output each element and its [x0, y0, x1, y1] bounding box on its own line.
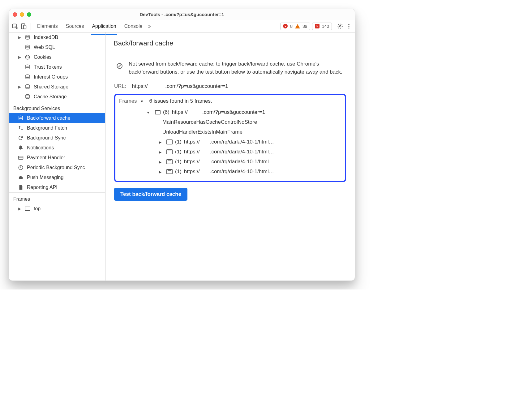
sidebar-item-websql[interactable]: Web SQL	[9, 42, 105, 52]
more-tabs-button[interactable]: »	[148, 24, 151, 29]
frame-url: https:// .com/rq/darla/4-10-1/html…	[184, 169, 274, 175]
panel-tabs: Elements Sources Application Console	[36, 21, 143, 32]
close-button[interactable]	[13, 12, 17, 17]
svg-point-18	[19, 116, 23, 118]
chevron-down-icon	[146, 109, 152, 115]
tab-elements[interactable]: Elements	[36, 21, 58, 32]
sidebar-item-bfcache[interactable]: Back/forward cache	[9, 113, 105, 123]
url-value: https:// .com/?p=us&guccounter=1	[132, 83, 228, 89]
document-icon	[18, 184, 24, 191]
sidebar-item-trust-tokens[interactable]: Trust Tokens	[9, 62, 105, 72]
zoom-button[interactable]	[27, 12, 31, 17]
cloud-icon	[18, 174, 24, 181]
database-icon	[24, 84, 31, 90]
frame-icon	[24, 206, 31, 212]
database-icon	[18, 115, 24, 121]
sidebar-item-cache-storage[interactable]: Cache Storage	[9, 92, 105, 102]
toolbar-metrics: × 8 39 × 140	[280, 23, 332, 30]
svg-point-4	[348, 24, 349, 25]
window-title: DevTools - .com/?p=us&guccounter=1	[9, 12, 355, 17]
chevron-right-icon: ▶	[18, 207, 21, 211]
frame-row-child[interactable]: (1) https:// .com/rq/darla/4-10-1/html…	[119, 137, 341, 147]
bfcache-summary-text: Not served from back/forward cache: to t…	[129, 60, 346, 76]
frame-icon	[155, 110, 161, 114]
iframe-icon	[166, 169, 173, 174]
frames-header[interactable]: Frames 6 issues found in 5 frames.	[119, 98, 341, 104]
tab-console[interactable]: Console	[124, 21, 143, 32]
svg-point-17	[26, 95, 29, 96]
svg-rect-19	[19, 156, 23, 160]
database-icon	[24, 94, 31, 100]
inspect-icon[interactable]	[11, 23, 18, 30]
sidebar-item-background-fetch[interactable]: Background Fetch	[9, 123, 105, 133]
svg-point-7	[26, 35, 29, 37]
minimize-button[interactable]	[20, 12, 24, 17]
gear-icon[interactable]	[337, 23, 344, 30]
svg-point-13	[28, 58, 28, 58]
sidebar-item-payment-handler[interactable]: Payment Handler	[9, 153, 105, 163]
frame-row-child[interactable]: (1) https:// .com/rq/darla/4-10-1/html…	[119, 167, 341, 177]
sidebar-item-notifications[interactable]: Notifications	[9, 143, 105, 153]
url-label: URL:	[114, 83, 126, 89]
tab-sources[interactable]: Sources	[65, 21, 85, 32]
sidebar-item-label: Periodic Background Sync	[27, 165, 85, 170]
sidebar-item-label: Interest Groups	[34, 74, 68, 80]
pane-title: Back/forward cache	[105, 32, 355, 53]
svg-point-12	[27, 58, 27, 58]
titlebar: DevTools - .com/?p=us&guccounter=1	[9, 9, 355, 20]
frame-url: https:// .com/?p=us&guccounter=1	[172, 109, 265, 115]
error-count: 8	[290, 24, 293, 29]
database-icon	[24, 64, 31, 70]
frames-label: Frames	[119, 98, 137, 104]
frame-row-root[interactable]: (6) https:// .com/?p=us&guccounter=1	[119, 107, 341, 117]
test-bfcache-button[interactable]: Test back/forward cache	[114, 188, 187, 201]
devtools-window: DevTools - .com/?p=us&guccounter=1 Eleme…	[9, 9, 355, 281]
blocked-icon: ⊘	[116, 61, 123, 71]
frame-count: (6)	[163, 109, 169, 115]
iframe-icon	[166, 139, 173, 144]
svg-point-6	[348, 28, 349, 28]
kebab-menu-icon[interactable]	[345, 23, 352, 30]
sidebar-item-frame-top[interactable]: ▶ top	[9, 204, 105, 214]
issues-badge[interactable]: × 140	[312, 23, 332, 30]
sidebar-item-push-messaging[interactable]: Push Messaging	[9, 173, 105, 182]
chevron-down-icon	[140, 98, 146, 104]
toolbar-divider	[31, 23, 31, 30]
chevron-right-icon	[159, 159, 164, 165]
frames-issues-box: Frames 6 issues found in 5 frames. (6) h…	[114, 94, 346, 182]
frame-row-child[interactable]: (1) https:// .com/rq/darla/4-10-1/html…	[119, 157, 341, 167]
sidebar-item-interest-groups[interactable]: Interest Groups	[9, 72, 105, 82]
iframe-icon	[166, 159, 173, 164]
sidebar-item-label: Web SQL	[34, 45, 55, 50]
chevron-right-icon: ▶	[18, 35, 21, 40]
sidebar-item-background-sync[interactable]: Background Sync	[9, 133, 105, 143]
sidebar-item-label: Reporting API	[27, 185, 58, 190]
sidebar-item-label: Push Messaging	[27, 175, 63, 180]
cookie-icon	[24, 54, 31, 60]
sidebar-item-shared-storage[interactable]: ▶ Shared Storage	[9, 82, 105, 92]
swap-icon	[18, 125, 24, 131]
application-sidebar: ▶ IndexedDB Web SQL ▶ Cookies Trust Toke…	[9, 32, 105, 281]
sidebar-item-indexeddb[interactable]: ▶ IndexedDB	[9, 32, 105, 42]
database-icon	[24, 34, 31, 41]
svg-point-9	[25, 55, 30, 59]
frame-count: (1)	[175, 139, 182, 145]
database-icon	[24, 74, 31, 80]
warning-icon	[295, 24, 300, 28]
console-errors-warnings[interactable]: × 8 39	[280, 23, 310, 30]
panel-body: ▶ IndexedDB Web SQL ▶ Cookies Trust Toke…	[9, 32, 355, 281]
sidebar-item-periodic-sync[interactable]: Periodic Background Sync	[9, 163, 105, 173]
sidebar-item-label: Shared Storage	[34, 84, 68, 90]
svg-point-14	[26, 65, 29, 66]
frame-count: (1)	[175, 169, 182, 175]
sidebar-item-label: Cache Storage	[34, 94, 67, 100]
bfcache-summary: ⊘ Not served from back/forward cache: to…	[114, 60, 346, 76]
sidebar-item-cookies[interactable]: ▶ Cookies	[9, 52, 105, 62]
sidebar-item-reporting-api[interactable]: Reporting API	[9, 182, 105, 192]
device-toggle-icon[interactable]	[20, 23, 27, 30]
bell-icon	[18, 145, 24, 151]
window-controls	[13, 12, 31, 17]
iframe-icon	[166, 149, 173, 154]
frame-row-child[interactable]: (1) https:// .com/rq/darla/4-10-1/html…	[119, 147, 341, 157]
sidebar-item-label: top	[34, 206, 41, 212]
